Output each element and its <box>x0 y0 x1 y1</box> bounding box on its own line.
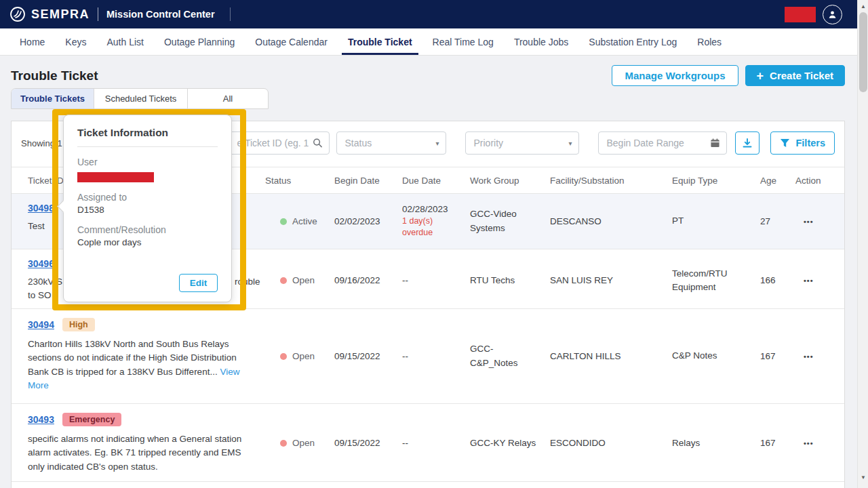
nav-item-trouble-jobs[interactable]: Trouble Jobs <box>504 28 578 55</box>
equip-type-cell: C&P Notes <box>668 309 756 403</box>
brand-name: SEMPRA <box>31 7 90 22</box>
export-download-button[interactable] <box>735 131 760 155</box>
nav-item-home[interactable]: Home <box>9 28 55 55</box>
equip-type-cell: Relays <box>668 404 756 483</box>
priority-badge: High <box>62 318 95 331</box>
chevron-down-icon: ▾ <box>568 140 572 147</box>
brand: SEMPRA <box>9 6 90 22</box>
due-date-cell: -- <box>398 404 466 483</box>
tab-all[interactable]: All <box>188 89 268 108</box>
ticket-link[interactable]: 30494 <box>28 319 54 330</box>
description-text: Charlton Hills 138kV North and South Bus… <box>28 339 237 377</box>
nav-item-outage-calendar[interactable]: Outage Calendar <box>245 28 338 55</box>
topbar: SEMPRA Mission Control Center <box>0 0 868 28</box>
work-group-cell: GCC-C&P_Notes <box>466 309 546 403</box>
user-avatar-button[interactable] <box>823 5 842 24</box>
scrollbar-thumb[interactable] <box>859 12 867 92</box>
facility-cell: ESCONDIDO <box>546 404 668 483</box>
main-nav: Home Keys Auth List Outage Planning Outa… <box>0 28 868 56</box>
status-open-dot-icon <box>280 440 287 447</box>
assigned-to-value: D1538 <box>77 205 218 215</box>
topbar-separator <box>230 7 231 21</box>
ticket-link[interactable]: 30498 <box>28 203 54 214</box>
row-actions-icon[interactable]: ••• <box>795 352 814 361</box>
nav-item-real-time-log[interactable]: Real Time Log <box>422 28 504 55</box>
begin-date-range-field[interactable]: Begin Date Range <box>598 131 727 155</box>
page-title: Trouble Ticket <box>11 68 98 83</box>
col-header-facility: Facility/Substation <box>546 167 668 193</box>
filters-label: Filters <box>795 138 825 148</box>
status-cell: Open <box>261 309 330 403</box>
row-actions-icon[interactable]: ••• <box>795 439 814 447</box>
action-cell: ••• <box>791 194 827 249</box>
ticket-view-tabs: Trouble Tickets Scheduled Tickets All <box>11 88 269 109</box>
create-ticket-button[interactable]: + Create Ticket <box>745 65 845 86</box>
row-actions-icon[interactable]: ••• <box>795 218 814 226</box>
download-icon <box>742 138 753 148</box>
app-title: Mission Control Center <box>106 9 215 20</box>
status-text: Active <box>292 216 317 226</box>
filters-button[interactable]: Filters <box>770 131 835 155</box>
col-header-age: Age <box>756 167 791 193</box>
status-text: Open <box>292 275 315 285</box>
work-group-cell: GCC-Video Systems <box>466 194 546 249</box>
status-select[interactable]: Status ▾ <box>336 131 446 155</box>
topbar-separator <box>98 7 98 21</box>
begin-date-cell: 02/02/2023 <box>330 194 398 249</box>
age-cell: 166 <box>756 249 791 312</box>
due-date-cell: -- <box>398 309 466 403</box>
age-cell: 167 <box>756 404 791 483</box>
nav-item-keys[interactable]: Keys <box>55 28 96 55</box>
col-header-work-group: Work Group <box>466 167 546 193</box>
user-label: User <box>77 157 218 167</box>
scroll-down-icon[interactable]: ▼ <box>858 472 868 483</box>
plus-icon: + <box>757 70 764 82</box>
scroll-up-icon[interactable]: ▲ <box>858 1 868 12</box>
topbar-right <box>785 5 842 24</box>
nav-item-auth-list[interactable]: Auth List <box>96 28 153 55</box>
status-open-dot-icon <box>280 277 287 284</box>
row-actions-icon[interactable]: ••• <box>795 277 814 285</box>
vertical-scrollbar[interactable]: ▲ ▼ <box>857 0 868 488</box>
description-fragment: rouble <box>235 275 260 289</box>
ticket-search-field <box>229 131 330 155</box>
ticket-description: specific alarms not indicating when a Ge… <box>28 432 253 474</box>
ticket-cell: 30493 Emergency specific alarms not indi… <box>12 404 261 483</box>
assigned-to-label: Assigned to <box>77 192 218 203</box>
popup-divider <box>77 146 218 147</box>
tab-trouble-tickets[interactable]: Trouble Tickets <box>12 89 94 108</box>
manage-workgroups-button[interactable]: Manage Workgroups <box>612 65 738 86</box>
nav-item-roles[interactable]: Roles <box>687 28 732 55</box>
ticket-link[interactable]: 30496 <box>28 258 54 269</box>
edit-button[interactable]: Edit <box>179 274 218 292</box>
create-ticket-label: Create Ticket <box>770 70 833 81</box>
overdue-note: 1 day(s) overdue <box>402 216 444 239</box>
begin-date-cell: 09/15/2022 <box>330 309 398 403</box>
calendar-icon <box>710 138 720 148</box>
filter-controls: Status ▾ Priority ▾ Begin Date Range <box>229 131 835 155</box>
priority-select[interactable]: Priority ▾ <box>465 131 579 155</box>
table-row: 30494 High Charlton Hills 138kV North an… <box>12 309 844 404</box>
comment-resolution-label: Comment/Resolution <box>77 224 218 235</box>
sempra-logo-icon <box>9 6 26 22</box>
nav-item-trouble-ticket[interactable]: Trouble Ticket <box>338 28 422 55</box>
page-header: Trouble Ticket Manage Workgroups + Creat… <box>11 65 845 86</box>
work-group-cell: RTU Techs <box>466 249 546 312</box>
nav-item-outage-planning[interactable]: Outage Planning <box>154 28 245 55</box>
nav-item-substation-entry-log[interactable]: Substation Entry Log <box>578 28 687 55</box>
popup-title: Ticket Information <box>77 127 218 139</box>
due-date-cell: -- <box>398 249 466 312</box>
col-header-status: Status <box>261 167 330 193</box>
tab-scheduled-tickets[interactable]: Scheduled Tickets <box>94 89 188 108</box>
facility-cell: CARLTON HILLS <box>546 309 668 403</box>
age-cell: 167 <box>756 309 791 403</box>
action-cell: ••• <box>791 309 827 403</box>
ticket-cell: 30494 High Charlton Hills 138kV North an… <box>12 309 261 403</box>
priority-badge: Emergency <box>62 413 121 426</box>
description-fragment: 230kV S <box>28 277 62 287</box>
chevron-down-icon: ▾ <box>435 140 439 147</box>
facility-cell: SAN LUIS REY <box>546 249 668 312</box>
ticket-link[interactable]: 30493 <box>28 414 54 425</box>
ticket-description: 230kV S rouble to SO <box>28 275 62 303</box>
user-value-redaction <box>77 172 154 182</box>
